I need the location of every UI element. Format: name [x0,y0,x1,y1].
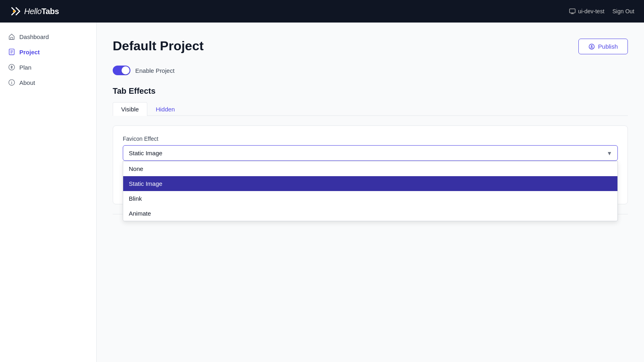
dollar-icon [8,64,15,71]
navbar-user: ui-dev-test [569,8,604,14]
enable-toggle[interactable] [113,66,130,75]
navbar-right: ui-dev-test Sign Out [569,8,634,14]
svg-rect-2 [10,37,12,39]
option-blink[interactable]: Blink [123,191,617,206]
option-animate-label: Animate [129,210,151,217]
option-none-label: None [129,165,143,172]
favicon-effect-select[interactable]: Static Image [123,145,618,161]
publish-button-label: Publish [598,43,618,50]
sidebar-item-project[interactable]: Project [0,44,96,60]
form-section: Favicon Effect Static Image ▼ None Stati… [113,125,628,204]
navbar: HelloTabs ui-dev-test Sign Out [0,0,644,23]
publish-button[interactable]: Publish [578,39,628,54]
sidebar-item-about[interactable]: About [0,75,96,90]
option-static-image[interactable]: Static Image [123,176,617,191]
sidebar-item-label-about: About [19,79,35,86]
svg-point-6 [11,81,12,81]
tab-hidden-label: Hidden [156,106,175,113]
sidebar-item-label-dashboard: Dashboard [19,33,49,40]
info-icon [8,79,15,86]
sidebar-item-label-project: Project [19,49,40,56]
signout-button[interactable]: Sign Out [613,8,634,14]
tab-bar: Visible Hidden [113,102,628,116]
logo-icon [10,5,23,18]
tab-hidden[interactable]: Hidden [147,102,184,116]
publish-icon [588,43,595,50]
option-blink-label: Blink [129,195,142,202]
main-content: Default Project Publish Enable Project T… [97,23,644,362]
tab-visible[interactable]: Visible [113,102,147,116]
page-header: Default Project Publish [113,39,628,54]
favicon-effect-options: None Static Image Blink Animate [123,161,618,221]
monitor-icon [569,8,576,14]
svg-rect-1 [570,9,575,13]
favicon-effect-dropdown-wrapper: Static Image ▼ None Static Image Blink [123,145,618,161]
enable-toggle-row: Enable Project [113,66,628,75]
sidebar: Dashboard Project Plan About [0,23,97,362]
sidebar-item-plan[interactable]: Plan [0,60,96,75]
logo: HelloTabs [10,5,59,18]
page-title: Default Project [113,39,204,53]
tab-visible-label: Visible [121,106,139,113]
option-animate[interactable]: Animate [123,206,617,221]
favicon-effect-label: Favicon Effect [123,136,618,142]
sidebar-item-label-plan: Plan [19,64,31,71]
svg-point-0 [13,10,15,12]
username-label: ui-dev-test [578,8,604,14]
logo-text: HelloTabs [24,7,59,16]
option-static-image-label: Static Image [129,180,162,187]
section-title: Tab Effects [113,86,628,96]
document-icon [8,48,15,56]
enable-toggle-label: Enable Project [135,67,175,74]
favicon-effect-selected-value: Static Image [129,150,162,156]
home-icon [8,33,15,40]
option-none[interactable]: None [123,161,617,176]
sidebar-item-dashboard[interactable]: Dashboard [0,29,96,44]
layout: Dashboard Project Plan About [0,23,644,362]
toggle-knob [122,66,130,74]
